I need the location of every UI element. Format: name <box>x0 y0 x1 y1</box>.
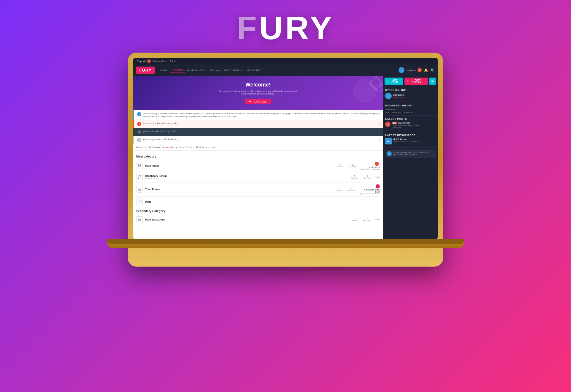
laptop-screen: Reports 1 Moderator ▾ Admin FURY HOME <box>133 58 438 239</box>
nav-link-members[interactable]: MEMBERS <box>245 68 262 73</box>
notice-close-red[interactable]: ✕ <box>378 122 380 125</box>
notice-item-light: i Another light notice to test all notic… <box>133 136 383 144</box>
welcome-banner: Welcome! By registering with us, you'll … <box>133 76 383 110</box>
secondary-category-title: Secondary Category <box>136 210 380 213</box>
forum-info-main: Main forum <box>145 164 332 167</box>
reports-badge: 1 <box>147 59 151 63</box>
nav-link-forums[interactable]: FORUMS <box>170 67 185 73</box>
toolbar-new-posts[interactable]: New posts <box>136 146 147 149</box>
table-row: 📄 Page <box>136 197 380 207</box>
forum-name-secondary[interactable]: Secondary Forum <box>145 174 347 177</box>
table-row: 💬 Third Forum 5 Threads 6 Messages <box>136 182 380 197</box>
table-row: 💬 Secondary Forum Sub-forums ▾ 0 Threads… <box>136 172 380 182</box>
bell-icon[interactable]: 🔔 <box>424 68 428 72</box>
latest-resources-title: Latest resources <box>385 134 415 137</box>
last-post-avatar-main <box>375 162 379 166</box>
staff-user-info: dohtheme @Moderator <box>393 94 404 98</box>
notice-close-blue[interactable]: ✕ <box>378 112 380 115</box>
nav-link-home[interactable]: HOME <box>158 68 170 73</box>
forum-last-test: None <box>375 218 380 221</box>
book-icon: 📖 <box>249 100 252 103</box>
notice-info-icon-light: i <box>137 138 141 142</box>
toast-close-button[interactable]: ✕ <box>432 151 435 154</box>
resource-icon: xF <box>385 138 392 144</box>
threads-count-secondary: 0 <box>349 175 360 177</box>
nav-link-resources[interactable]: RESOURCES ▾ <box>222 68 244 73</box>
last-post-title-third: A thread to foster baby <box>359 189 380 193</box>
staff-online-collapse-icon[interactable]: − <box>434 88 435 92</box>
last-post-none-test: None <box>375 218 380 221</box>
table-row: 💬 Main Test Forum 0 Threads 0 Messages <box>136 215 380 225</box>
toast-info-icon: i <box>387 151 392 156</box>
messages-label-main: Messages <box>348 166 358 168</box>
latest-post-meta: Latest: mahmoud · May 3, 2019 <box>392 125 435 127</box>
new-posts-button[interactable]: + NEW POSTS <box>385 78 403 85</box>
toolbar-search-forums[interactable]: Search forums <box>179 146 194 149</box>
sidebar-toast: i Testing primary text to see how it'll … <box>385 149 436 158</box>
nav-logo[interactable]: FURY <box>136 67 155 74</box>
nav-logo-f: F <box>139 68 142 73</box>
welcome-subtitle: By registering with us, you'll be able t… <box>217 90 300 95</box>
last-post-none-secondary: None <box>375 176 380 178</box>
forum-stats-messages-third: 6 Messages <box>346 188 357 191</box>
admin-bar-moderator[interactable]: Moderator ▾ <box>153 60 167 63</box>
watched-chevron-icon: ▾ <box>176 146 177 149</box>
notice-item-dark: i yalla another dark notice ya m3lm ✕ <box>133 128 383 136</box>
table-row: 💬 Main forum 6 Threads 38 Messages <box>136 160 380 172</box>
forums-list: Main category 💬 Main forum 6 Threads <box>133 151 383 239</box>
post-thread-button[interactable]: ✏ POST THREAD... <box>404 78 428 85</box>
toolbar-watched[interactable]: Watched ▾ <box>166 146 177 149</box>
new-posts-label: New posts <box>136 146 147 149</box>
nav-link-media[interactable]: MEDIA ▾ <box>208 68 222 73</box>
post-thread-btn-label: POST THREAD... <box>410 79 426 83</box>
notice-close-light[interactable]: ✕ <box>378 138 380 141</box>
notice-close-dark[interactable]: ✕ <box>378 130 380 133</box>
right-sidebar: + NEW POSTS ✏ POST THREAD... ⊞ <box>383 76 438 239</box>
forum-last-third: A thread to foster baby Apr 10, 2019 · d… <box>359 184 380 195</box>
latest-post-avatar: m <box>385 122 390 127</box>
forum-info-page: Page <box>145 200 380 203</box>
members-online-count: Now: 1 members 1, guests 36 <box>385 111 435 114</box>
forum-icon-secondary: 💬 <box>136 174 143 180</box>
search-icon[interactable]: 🔍 <box>431 68 435 72</box>
admin-bar-reports[interactable]: Reports 1 <box>137 59 151 63</box>
resource-title[interactable]: xF 2.0 Theme <box>393 138 419 141</box>
nav-links: HOME FORUMS WHAT'S NEW ▾ MEDIA ▾ RESOURC… <box>158 67 399 73</box>
forum-name-third[interactable]: Third Forum <box>145 188 331 191</box>
latest-post-new-badge: NEW <box>392 122 397 124</box>
latest-post-title[interactable]: another test <box>398 122 410 124</box>
admin-bar-admin[interactable]: Admin <box>170 60 178 63</box>
nav-notification-badge: 2 <box>418 68 422 72</box>
more-options-button[interactable]: ⊞ <box>429 78 436 85</box>
staff-online-header: Staff online − <box>385 88 435 92</box>
watched-label: Watched <box>166 146 175 149</box>
forum-icon-page: 📄 <box>136 199 143 205</box>
forum-stats-messages-main: 38 Messages <box>348 164 358 168</box>
notice-info-icon-blue: i <box>137 112 141 116</box>
notice-info-icon-red: i <box>137 122 141 126</box>
forum-name-test[interactable]: Main Test Forum <box>145 218 347 221</box>
nav-username: dohtheme <box>406 69 416 72</box>
staff-username[interactable]: dohtheme <box>393 94 404 96</box>
forum-icon-third: 💬 <box>136 186 143 193</box>
members-online-username[interactable]: dohtheme <box>385 108 435 111</box>
latest-post-item: m NEW another test Latest: mahmoud · May… <box>385 122 435 129</box>
messages-count-main: 38 <box>348 164 358 166</box>
read-more-label: READ MORE! <box>253 101 267 103</box>
forum-name-main[interactable]: Main forum <box>145 164 332 167</box>
toolbar-find-threads[interactable]: Find threads ▾ <box>149 146 164 149</box>
read-more-button[interactable]: 📖 READ MORE! <box>245 99 271 104</box>
nav-link-whats-new[interactable]: WHAT'S NEW ▾ <box>185 68 207 73</box>
nav-user[interactable]: d dohtheme 2 <box>399 67 422 73</box>
sidebar-top-buttons: + NEW POSTS ✏ POST THREAD... ⊞ <box>383 76 438 86</box>
new-posts-btn-label: NEW POSTS <box>389 79 401 83</box>
toast-text: Testing primary text to see how it'll be… <box>393 151 434 155</box>
forum-name-page[interactable]: Page <box>145 200 380 203</box>
messages-label-third: Messages <box>346 190 357 191</box>
main-category-title: Main category <box>136 155 380 158</box>
latest-resource-item: xF xF 2.0 Theme Default xenForo 2.0 Them… <box>385 138 435 144</box>
forum-icon-main: 💬 <box>136 163 143 169</box>
screen-content: Reports 1 Moderator ▾ Admin FURY HOME <box>133 58 438 239</box>
toolbar-mark-forums-read[interactable]: Mark forums read <box>196 146 215 149</box>
latest-post-forum: Main forum <box>392 127 435 129</box>
